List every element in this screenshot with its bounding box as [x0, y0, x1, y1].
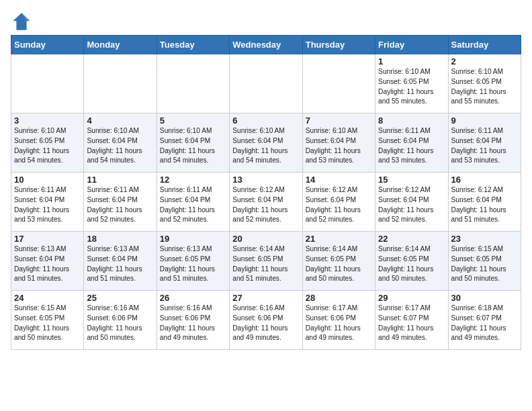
day-info: Sunrise: 6:15 AM Sunset: 6:05 PM Dayligh… [451, 244, 518, 284]
day-number: 21 [306, 234, 372, 244]
weekday-header-thursday: Thursday [302, 36, 375, 54]
day-cell-25: 25Sunrise: 6:16 AM Sunset: 6:06 PM Dayli… [84, 291, 157, 350]
day-cell-28: 28Sunrise: 6:17 AM Sunset: 6:06 PM Dayli… [302, 291, 375, 350]
day-cell-11: 11Sunrise: 6:11 AM Sunset: 6:04 PM Dayli… [84, 173, 157, 232]
day-info: Sunrise: 6:16 AM Sunset: 6:06 PM Dayligh… [232, 304, 299, 343]
day-cell-24: 24Sunrise: 6:15 AM Sunset: 6:05 PM Dayli… [11, 291, 84, 350]
calendar-table: SundayMondayTuesdayWednesdayThursdayFrid… [11, 35, 521, 350]
day-cell-18: 18Sunrise: 6:13 AM Sunset: 6:04 PM Dayli… [84, 232, 157, 291]
day-number: 5 [160, 116, 226, 126]
logo-icon [11, 11, 32, 32]
day-info: Sunrise: 6:13 AM Sunset: 6:04 PM Dayligh… [14, 244, 81, 284]
day-info: Sunrise: 6:16 AM Sunset: 6:06 PM Dayligh… [87, 304, 153, 343]
day-info: Sunrise: 6:10 AM Sunset: 6:04 PM Dayligh… [306, 126, 372, 166]
day-number: 23 [451, 234, 518, 244]
day-cell-14: 14Sunrise: 6:12 AM Sunset: 6:04 PM Dayli… [302, 173, 375, 232]
day-info: Sunrise: 6:11 AM Sunset: 6:04 PM Dayligh… [14, 185, 81, 225]
day-cell-29: 29Sunrise: 6:17 AM Sunset: 6:07 PM Dayli… [375, 291, 448, 350]
empty-cell [11, 54, 84, 113]
day-cell-5: 5Sunrise: 6:10 AM Sunset: 6:04 PM Daylig… [157, 113, 229, 173]
day-number: 24 [14, 293, 81, 303]
weekday-header-saturday: Saturday [448, 36, 521, 54]
day-number: 12 [160, 175, 226, 185]
week-row-3: 10Sunrise: 6:11 AM Sunset: 6:04 PM Dayli… [11, 173, 521, 232]
day-info: Sunrise: 6:17 AM Sunset: 6:06 PM Dayligh… [306, 304, 372, 343]
day-number: 10 [14, 175, 81, 185]
day-info: Sunrise: 6:12 AM Sunset: 6:04 PM Dayligh… [378, 185, 445, 225]
day-number: 9 [451, 116, 518, 126]
day-info: Sunrise: 6:11 AM Sunset: 6:04 PM Dayligh… [160, 185, 226, 225]
day-number: 7 [306, 116, 372, 126]
day-number: 27 [232, 293, 299, 303]
day-cell-21: 21Sunrise: 6:14 AM Sunset: 6:05 PM Dayli… [302, 232, 375, 291]
day-info: Sunrise: 6:18 AM Sunset: 6:07 PM Dayligh… [451, 304, 518, 343]
day-number: 20 [232, 234, 299, 244]
day-number: 19 [160, 234, 226, 244]
day-info: Sunrise: 6:10 AM Sunset: 6:04 PM Dayligh… [160, 126, 226, 166]
day-number: 17 [14, 234, 81, 244]
day-info: Sunrise: 6:12 AM Sunset: 6:04 PM Dayligh… [306, 185, 372, 225]
weekday-header-wednesday: Wednesday [230, 36, 302, 54]
day-number: 16 [451, 175, 518, 185]
day-cell-17: 17Sunrise: 6:13 AM Sunset: 6:04 PM Dayli… [11, 232, 84, 291]
day-number: 11 [87, 175, 153, 185]
day-info: Sunrise: 6:10 AM Sunset: 6:05 PM Dayligh… [451, 67, 518, 107]
empty-cell [230, 54, 302, 113]
day-cell-22: 22Sunrise: 6:14 AM Sunset: 6:05 PM Dayli… [375, 232, 448, 291]
day-info: Sunrise: 6:17 AM Sunset: 6:07 PM Dayligh… [378, 304, 445, 343]
day-info: Sunrise: 6:11 AM Sunset: 6:04 PM Dayligh… [378, 126, 445, 166]
day-number: 8 [378, 116, 445, 126]
weekday-header-sunday: Sunday [11, 36, 84, 54]
day-info: Sunrise: 6:13 AM Sunset: 6:05 PM Dayligh… [160, 244, 226, 284]
day-cell-2: 2Sunrise: 6:10 AM Sunset: 6:05 PM Daylig… [448, 54, 521, 113]
day-number: 14 [306, 175, 372, 185]
day-cell-6: 6Sunrise: 6:10 AM Sunset: 6:04 PM Daylig… [230, 113, 302, 173]
day-cell-30: 30Sunrise: 6:18 AM Sunset: 6:07 PM Dayli… [448, 291, 521, 350]
day-info: Sunrise: 6:12 AM Sunset: 6:04 PM Dayligh… [232, 185, 299, 225]
page: SundayMondayTuesdayWednesdayThursdayFrid… [0, 0, 532, 357]
day-info: Sunrise: 6:12 AM Sunset: 6:04 PM Dayligh… [451, 185, 518, 225]
day-cell-16: 16Sunrise: 6:12 AM Sunset: 6:04 PM Dayli… [448, 173, 521, 232]
day-info: Sunrise: 6:10 AM Sunset: 6:05 PM Dayligh… [14, 126, 81, 166]
day-number: 15 [378, 175, 445, 185]
day-info: Sunrise: 6:10 AM Sunset: 6:04 PM Dayligh… [87, 126, 153, 166]
weekday-header-row: SundayMondayTuesdayWednesdayThursdayFrid… [11, 36, 521, 54]
day-cell-27: 27Sunrise: 6:16 AM Sunset: 6:06 PM Dayli… [230, 291, 302, 350]
day-info: Sunrise: 6:14 AM Sunset: 6:05 PM Dayligh… [306, 244, 372, 284]
day-number: 29 [378, 293, 445, 303]
day-cell-13: 13Sunrise: 6:12 AM Sunset: 6:04 PM Dayli… [230, 173, 302, 232]
week-row-5: 24Sunrise: 6:15 AM Sunset: 6:05 PM Dayli… [11, 291, 521, 350]
day-number: 18 [87, 234, 153, 244]
day-number: 2 [451, 56, 518, 66]
day-number: 4 [87, 116, 153, 126]
day-number: 13 [232, 175, 299, 185]
day-cell-8: 8Sunrise: 6:11 AM Sunset: 6:04 PM Daylig… [375, 113, 448, 173]
day-number: 22 [378, 234, 445, 244]
day-cell-1: 1Sunrise: 6:10 AM Sunset: 6:05 PM Daylig… [375, 54, 448, 113]
day-cell-19: 19Sunrise: 6:13 AM Sunset: 6:05 PM Dayli… [157, 232, 229, 291]
day-info: Sunrise: 6:16 AM Sunset: 6:06 PM Dayligh… [160, 304, 226, 343]
day-number: 25 [87, 293, 153, 303]
weekday-header-friday: Friday [375, 36, 448, 54]
day-cell-4: 4Sunrise: 6:10 AM Sunset: 6:04 PM Daylig… [84, 113, 157, 173]
day-number: 28 [306, 293, 372, 303]
day-cell-15: 15Sunrise: 6:12 AM Sunset: 6:04 PM Dayli… [375, 173, 448, 232]
day-info: Sunrise: 6:14 AM Sunset: 6:05 PM Dayligh… [378, 244, 445, 284]
svg-marker-0 [13, 13, 30, 30]
week-row-4: 17Sunrise: 6:13 AM Sunset: 6:04 PM Dayli… [11, 232, 521, 291]
day-cell-20: 20Sunrise: 6:14 AM Sunset: 6:05 PM Dayli… [230, 232, 302, 291]
empty-cell [157, 54, 229, 113]
day-info: Sunrise: 6:15 AM Sunset: 6:05 PM Dayligh… [14, 304, 81, 343]
day-info: Sunrise: 6:11 AM Sunset: 6:04 PM Dayligh… [87, 185, 153, 225]
day-info: Sunrise: 6:10 AM Sunset: 6:04 PM Dayligh… [232, 126, 299, 166]
header [11, 11, 521, 32]
day-info: Sunrise: 6:10 AM Sunset: 6:05 PM Dayligh… [378, 67, 445, 107]
day-number: 26 [160, 293, 226, 303]
day-info: Sunrise: 6:14 AM Sunset: 6:05 PM Dayligh… [232, 244, 299, 284]
weekday-header-monday: Monday [84, 36, 157, 54]
day-cell-12: 12Sunrise: 6:11 AM Sunset: 6:04 PM Dayli… [157, 173, 229, 232]
empty-cell [84, 54, 157, 113]
day-cell-7: 7Sunrise: 6:10 AM Sunset: 6:04 PM Daylig… [302, 113, 375, 173]
day-info: Sunrise: 6:13 AM Sunset: 6:04 PM Dayligh… [87, 244, 153, 284]
day-cell-23: 23Sunrise: 6:15 AM Sunset: 6:05 PM Dayli… [448, 232, 521, 291]
